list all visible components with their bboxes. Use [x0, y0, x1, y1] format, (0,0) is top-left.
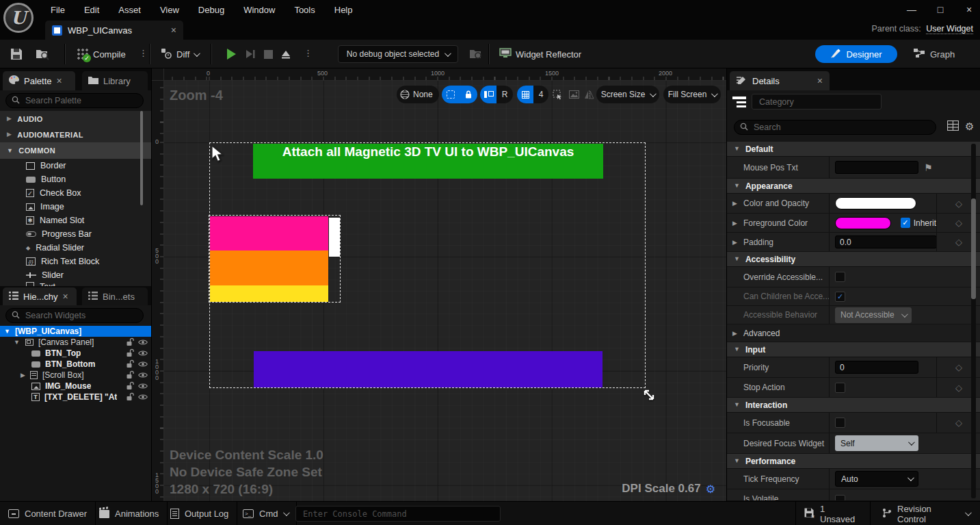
reset-default-diamond-icon[interactable]: ◇: [955, 218, 962, 228]
resize-handle-icon[interactable]: [641, 387, 657, 405]
lock-open-icon[interactable]: [127, 348, 134, 357]
scroll-box-scrollbar[interactable]: [329, 218, 340, 257]
console-command-input[interactable]: [302, 509, 494, 520]
hierarchy-row-scroll-box[interactable]: ▶ [Scroll Box]: [0, 370, 152, 381]
dpi-settings-gear-icon[interactable]: ⚙: [706, 483, 715, 496]
hierarchy-search[interactable]: [5, 308, 144, 323]
eject-button[interactable]: [279, 47, 293, 61]
respect-locks-toggle[interactable]: R: [496, 86, 513, 103]
menu-asset[interactable]: Asset: [109, 5, 150, 15]
select-widget-cursor-icon[interactable]: [550, 87, 565, 102]
category-filter-icon[interactable]: [732, 95, 746, 107]
scroll-box-item-orange[interactable]: [210, 251, 328, 285]
arrow-down-icon[interactable]: ▼: [14, 340, 20, 346]
show-outlines-toggle-icon[interactable]: [480, 86, 496, 103]
diff-button[interactable]: Diff: [160, 45, 198, 63]
graph-mode-button[interactable]: Graph: [913, 45, 955, 63]
accessible-behavior-dropdown[interactable]: Not Accessible: [835, 307, 912, 323]
lock-open-icon[interactable]: [127, 370, 134, 379]
hierarchy-row-btn-top[interactable]: BTN_Top: [0, 348, 152, 359]
debug-object-dropdown[interactable]: No debug object selected: [338, 45, 458, 63]
palette-item-progress-bar[interactable]: Progress Bar: [0, 227, 141, 241]
palette-search-input[interactable]: [24, 95, 137, 106]
section-interaction[interactable]: ▼ Interaction: [727, 398, 980, 413]
visibility-eye-icon[interactable]: [138, 372, 148, 379]
tab-palette[interactable]: Palette ×: [3, 71, 75, 90]
section-input[interactable]: ▼ Input: [727, 342, 980, 357]
hierarchy-row-txt-delete[interactable]: T [TXT_DELETE] "Attac: [0, 392, 152, 402]
compile-options-icon[interactable]: ⋮: [139, 48, 148, 58]
grid-snap-toggle-icon[interactable]: [517, 86, 533, 103]
stop-action-checkbox[interactable]: [835, 383, 845, 393]
palette-scrollbar[interactable]: [140, 111, 143, 205]
compile-button[interactable]: ✓ Compile: [77, 45, 126, 63]
priority-input[interactable]: [835, 361, 918, 374]
close-icon[interactable]: ×: [56, 75, 62, 86]
screen-size-dropdown[interactable]: Screen Size: [596, 86, 659, 103]
palette-item-border[interactable]: Border: [0, 159, 141, 172]
palette-item-named-slot[interactable]: ✱Named Slot: [0, 214, 141, 227]
details-scrollbar[interactable]: [971, 199, 976, 299]
hierarchy-row-root[interactable]: ▼ [WBP_UICanvas]: [0, 326, 152, 337]
section-appearance[interactable]: ▼ Appearance: [727, 179, 980, 194]
scroll-box-item-pink[interactable]: [210, 216, 328, 251]
reset-default-diamond-icon[interactable]: ◇: [955, 362, 962, 372]
debug-browse-icon[interactable]: [469, 47, 483, 61]
visibility-eye-icon[interactable]: [138, 361, 148, 368]
designer-mode-button[interactable]: Designer: [815, 45, 897, 63]
lock-toggle-icon[interactable]: [460, 86, 477, 103]
close-icon[interactable]: ×: [964, 4, 975, 15]
hierarchy-search-input[interactable]: [24, 310, 137, 321]
palette-item-slider[interactable]: Slider: [0, 268, 141, 282]
flag-icon[interactable]: ⚑: [924, 162, 933, 173]
settings-gear-icon[interactable]: ⚙: [965, 120, 974, 133]
palette-category-audiomaterial[interactable]: ▶ AUDIOMATERIAL: [0, 127, 152, 142]
btn-bottom-widget[interactable]: [254, 351, 602, 387]
console-command-box[interactable]: [295, 506, 501, 522]
menu-tools[interactable]: Tools: [284, 5, 324, 15]
palette-item-checkbox[interactable]: ✓Check Box: [0, 186, 141, 200]
menu-edit[interactable]: Edit: [75, 5, 109, 15]
lock-open-icon[interactable]: [127, 337, 134, 346]
dashed-outline-toggle-icon[interactable]: [442, 86, 460, 103]
reset-default-diamond-icon[interactable]: ◇: [955, 418, 962, 428]
save-button[interactable]: [10, 47, 23, 61]
padding-input[interactable]: [835, 235, 937, 248]
txt-delete-text-widget[interactable]: Attach all Magnetic 3D TV UI to WBP_UICa…: [253, 144, 603, 179]
visibility-eye-icon[interactable]: [138, 339, 148, 346]
arrow-right-icon[interactable]: ▶: [732, 239, 737, 246]
arrow-right-icon[interactable]: ▶: [732, 200, 737, 207]
browse-to-asset-icon[interactable]: [36, 47, 49, 61]
parent-class-link[interactable]: User Widget: [926, 24, 973, 34]
category-filter[interactable]: [752, 94, 882, 110]
menu-file[interactable]: File: [41, 5, 75, 15]
palette-item-rich-text[interactable]: {i}Rich Text Block: [0, 255, 141, 268]
scroll-box-item-yellow[interactable]: [210, 285, 328, 302]
preview-background-icon[interactable]: [566, 87, 581, 102]
hierarchy-row-btn-bottom[interactable]: BTN_Bottom: [0, 359, 152, 370]
localization-preview-dropdown[interactable]: None: [397, 86, 439, 103]
desired-focus-dropdown[interactable]: Self: [835, 435, 918, 451]
play-button[interactable]: [224, 47, 238, 61]
palette-search[interactable]: [5, 93, 144, 108]
asset-tab-wbp-uicanvas[interactable]: WBP_UICanvas ×: [45, 21, 183, 40]
fill-screen-dropdown[interactable]: Fill Screen: [663, 86, 721, 103]
palette-category-common[interactable]: ▼ COMMON: [0, 142, 152, 159]
lock-open-icon[interactable]: [127, 392, 134, 401]
display-options-icon[interactable]: [947, 120, 959, 133]
menu-help[interactable]: Help: [325, 5, 362, 15]
tick-frequency-dropdown[interactable]: Auto: [835, 471, 918, 487]
cmd-dropdown[interactable]: >_ Cmd: [235, 502, 297, 525]
section-performance[interactable]: ▼ Performance: [727, 454, 980, 469]
tab-hierarchy[interactable]: Hie...chy ×: [3, 287, 77, 305]
lock-open-icon[interactable]: [127, 381, 134, 390]
section-default[interactable]: ▼ Default: [727, 142, 980, 157]
override-accessible-checkbox[interactable]: [835, 272, 845, 282]
frame-skip-button[interactable]: [243, 47, 257, 61]
close-icon[interactable]: ×: [817, 75, 823, 86]
palette-item-radial-slider[interactable]: ◆Radial Slider: [0, 241, 141, 255]
flip-preview-icon[interactable]: [581, 87, 596, 102]
grid-snap-size[interactable]: 4: [533, 86, 548, 103]
widget-reflector-button[interactable]: Widget Reflector: [499, 45, 581, 63]
is-focusable-checkbox[interactable]: [835, 418, 845, 428]
